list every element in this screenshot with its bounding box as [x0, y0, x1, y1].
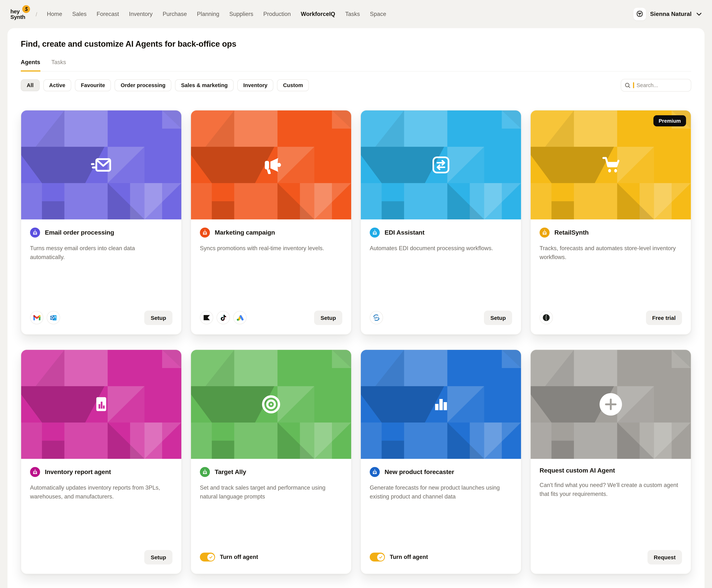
agent-card-edi-assistant[interactable]: EDI Assistant Automates EDI document pro… [361, 110, 522, 335]
filter-chip-order-processing[interactable]: Order processing [115, 79, 171, 91]
plus-icon [531, 350, 691, 459]
report-doc-icon [21, 350, 181, 459]
agent-toggle[interactable]: Turn off agent [370, 553, 428, 562]
search-icon [625, 82, 630, 88]
google-ads-icon [237, 314, 243, 321]
toggle-on-switch[interactable] [370, 553, 385, 562]
account-menu[interactable]: Sienna Natural [633, 8, 701, 20]
nav-item-production[interactable]: Production [263, 11, 291, 17]
agent-robot-icon [540, 228, 550, 237]
card-banner [361, 110, 521, 219]
setup-button[interactable]: Setup [144, 310, 172, 325]
nav-item-planning[interactable]: Planning [197, 11, 219, 17]
setup-button[interactable]: Setup [144, 550, 172, 564]
card-body: Marketing campaign Syncs promotions with… [191, 219, 351, 334]
nav-item-sales[interactable]: Sales [72, 11, 87, 17]
card-description: Can't find what you need? We'll create a… [540, 481, 682, 498]
filter-bar: AllActiveFavouriteOrder processingSales … [21, 79, 691, 91]
card-title: Target Ally [215, 468, 246, 476]
nav-item-workforceiq[interactable]: WorkforceIQ [301, 11, 335, 17]
bar-chart-icon [361, 350, 521, 459]
text-cursor [633, 82, 634, 88]
card-body: New product forecaster Generate forecast… [361, 459, 521, 574]
card-title-row: EDI Assistant [370, 228, 512, 237]
toggle-on-switch[interactable] [200, 553, 215, 562]
heysynth-logo[interactable]: hey Synth [11, 8, 25, 20]
transfer-arrows-icon [361, 110, 521, 219]
chevron-down-icon [696, 11, 701, 17]
setup-button[interactable]: Setup [484, 310, 512, 325]
nav-item-purchase[interactable]: Purchase [163, 11, 187, 17]
tiktok-icon [220, 314, 226, 321]
card-banner [191, 350, 351, 459]
agent-card-marketing-campaign[interactable]: Marketing campaign Syncs promotions with… [190, 110, 351, 335]
card-description: Turns messy email orders into clean data… [30, 244, 172, 261]
card-description: Automatically updates inventory reports … [30, 483, 172, 501]
top-navigation: hey Synth / HomeSalesForecastInventoryPu… [0, 0, 712, 28]
logo-text-line2: Synth [11, 14, 25, 20]
card-title: Request custom AI Agent [540, 467, 615, 475]
toggle-label: Turn off agent [390, 554, 428, 560]
integration-outlook-badge [47, 311, 60, 324]
nav-item-forecast[interactable]: Forecast [97, 11, 119, 17]
toggle-knob [377, 553, 384, 561]
card-banner [531, 350, 691, 459]
search-box[interactable] [621, 79, 691, 91]
premium-badge: Premium [653, 115, 686, 126]
filter-chip-favourite[interactable]: Favourite [75, 79, 111, 91]
card-title-row: Request custom AI Agent [540, 467, 682, 475]
tab-agents[interactable]: Agents [21, 59, 40, 71]
filter-chip-sales-marketing[interactable]: Sales & marketing [175, 79, 233, 91]
filter-chip-inventory[interactable]: Inventory [237, 79, 273, 91]
card-banner [21, 110, 181, 219]
agent-card-inventory-report-agent[interactable]: Inventory report agent Automatically upd… [21, 350, 182, 574]
nav-item-inventory[interactable]: Inventory [129, 11, 153, 17]
agent-card-target-ally[interactable]: Target Ally Set and track sales target a… [190, 350, 351, 574]
agents-grid: Email order processing Turns messy email… [21, 110, 691, 574]
app-root: hey Synth / HomeSalesForecastInventoryPu… [0, 0, 712, 588]
breadcrumb-separator: / [36, 11, 37, 17]
cart-icon [531, 110, 691, 219]
seal-plant-icon [633, 8, 646, 20]
card-title: Marketing campaign [215, 229, 275, 236]
filter-chip-custom[interactable]: Custom [277, 79, 309, 91]
card-description: Generate forecasts for new product launc… [370, 483, 512, 501]
card-title-row: Inventory report agent [30, 467, 172, 477]
nav-item-space[interactable]: Space [370, 11, 386, 17]
agent-toggle[interactable]: Turn off agent [200, 553, 258, 562]
agent-card-retailsynth[interactable]: Premium RetailSynth Tracks, forecasts an… [530, 110, 691, 335]
logo-swirl-icon [22, 5, 30, 13]
toggle-label: Turn off agent [220, 554, 258, 560]
target-icon [191, 350, 351, 459]
mail-fast-icon [21, 110, 181, 219]
card-body: Email order processing Turns messy email… [21, 219, 181, 334]
integration-icons [30, 311, 60, 324]
nav-item-tasks[interactable]: Tasks [345, 11, 360, 17]
card-footer: Turn off agent [200, 548, 342, 566]
card-description: Tracks, forecasts and automates store-le… [540, 244, 682, 261]
agent-card-request-custom-ai-agent[interactable]: Request custom AI Agent Can't find what … [530, 350, 691, 574]
filter-chip-all[interactable]: All [21, 79, 40, 91]
filter-chip-active[interactable]: Active [43, 79, 71, 91]
search-input[interactable] [636, 82, 687, 88]
integration-google-ads-badge [233, 311, 247, 324]
card-title-row: New product forecaster [370, 467, 512, 477]
integration-icons: SPS [370, 311, 383, 324]
free-trial-button[interactable]: Free trial [646, 310, 682, 325]
agent-card-new-product-forecaster[interactable]: New product forecaster Generate forecast… [361, 350, 522, 574]
integration-gmail-badge [30, 311, 43, 324]
request-button[interactable]: Request [648, 550, 682, 564]
agent-card-email-order-processing[interactable]: Email order processing Turns messy email… [21, 110, 182, 335]
nav-item-home[interactable]: Home [47, 11, 62, 17]
card-description: Automates EDI document processing workfl… [370, 244, 512, 253]
setup-button[interactable]: Setup [314, 310, 342, 325]
card-title: RetailSynth [554, 229, 589, 236]
dark-partner-icon [542, 314, 550, 322]
klaviyo-icon [203, 315, 210, 320]
svg-text:SPS: SPS [373, 316, 379, 319]
tab-tasks[interactable]: Tasks [52, 59, 66, 71]
agent-robot-icon [370, 467, 380, 477]
nav-item-suppliers[interactable]: Suppliers [229, 11, 253, 17]
card-banner [361, 350, 521, 459]
megaphone-icon [191, 110, 351, 219]
